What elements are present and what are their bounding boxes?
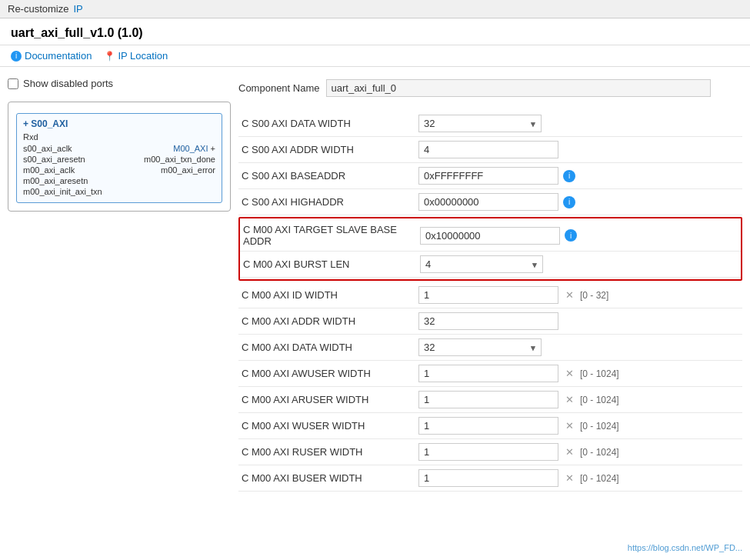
- param-value-area: ✕[0 - 1024]: [418, 391, 739, 408]
- param-label: C M00 AXI RUSER WIDTH: [242, 446, 418, 458]
- param-row: C M00 AXI ADDR WIDTH: [238, 308, 742, 335]
- component-name-label: Component Name: [238, 82, 320, 94]
- port-row-4: m00_axi_aresetn: [23, 176, 215, 185]
- port-left-4: m00_axi_aresetn: [23, 176, 88, 185]
- param-input[interactable]: [418, 141, 558, 158]
- clear-icon[interactable]: ✕: [563, 446, 575, 458]
- port-left-5: m00_axi_init_axi_txn: [23, 187, 102, 196]
- param-row: C S00 AXI ADDR WIDTH: [238, 137, 742, 163]
- param-value-area: 3264▼: [418, 115, 739, 132]
- port-right-2: m00_axi_txn_done: [144, 155, 215, 164]
- param-row: C M00 AXI ARUSER WIDTH✕[0 - 1024]: [238, 387, 742, 413]
- param-value-area: 4816▼: [420, 255, 738, 273]
- param-select[interactable]: 3264: [418, 338, 542, 356]
- param-row: C M00 AXI AWUSER WIDTH✕[0 - 1024]: [238, 361, 742, 387]
- param-value-area: i: [420, 227, 738, 245]
- param-select[interactable]: 4816: [420, 255, 543, 273]
- recustomize-label: Re-customize: [8, 3, 68, 15]
- param-row: C S00 AXI BASEADDRi: [238, 163, 742, 189]
- params-container: C S00 AXI DATA WIDTH3264▼C S00 AXI ADDR …: [238, 111, 742, 492]
- component-name-row: Component Name: [238, 75, 742, 102]
- select-wrapper: 4816▼: [420, 255, 543, 273]
- port-left-3: m00_axi_aclk: [23, 165, 75, 175]
- param-row: C S00 AXI HIGHADDRi: [238, 189, 742, 215]
- info-icon[interactable]: i: [565, 229, 577, 242]
- component-name-input[interactable]: [326, 79, 711, 97]
- range-label: [0 - 1024]: [580, 368, 619, 379]
- param-input[interactable]: [418, 286, 558, 304]
- param-value-area: [418, 312, 739, 330]
- param-label: C S00 AXI ADDR WIDTH: [242, 144, 418, 155]
- param-label: C M00 AXI TARGET SLAVE BASE ADDR: [243, 224, 420, 247]
- clear-icon[interactable]: ✕: [563, 368, 575, 380]
- highlight-group: C M00 AXI TARGET SLAVE BASE ADDRiC M00 A…: [238, 217, 742, 281]
- ip-location-label: IP Location: [118, 50, 168, 62]
- param-label: C S00 AXI DATA WIDTH: [242, 118, 418, 129]
- documentation-link[interactable]: i Documentation: [11, 50, 92, 62]
- param-row: C M00 AXI ID WIDTH✕[0 - 32]: [238, 282, 742, 308]
- clear-icon[interactable]: ✕: [563, 472, 575, 485]
- clear-icon[interactable]: ✕: [563, 420, 575, 432]
- port-row-3: m00_axi_aclk m00_axi_error: [23, 165, 215, 175]
- range-label: [0 - 1024]: [580, 447, 619, 458]
- location-icon: 📍: [104, 51, 115, 62]
- param-row: C S00 AXI DATA WIDTH3264▼: [238, 111, 742, 137]
- port-right-1: M00_AXI +: [173, 144, 215, 153]
- clear-icon[interactable]: ✕: [563, 394, 575, 406]
- range-label: [0 - 1024]: [580, 473, 619, 484]
- param-value-area: ✕[0 - 1024]: [418, 365, 739, 382]
- show-disabled-label: Show disabled ports: [23, 78, 113, 89]
- diagram-rxd: Rxd: [23, 132, 215, 142]
- param-label: C M00 AXI AWUSER WIDTH: [242, 368, 418, 379]
- param-value-area: ✕[0 - 32]: [418, 286, 739, 304]
- nav-links: i Documentation 📍 IP Location: [0, 45, 750, 67]
- param-label: C M00 AXI ADDR WIDTH: [242, 315, 418, 327]
- param-label: C M00 AXI BUSER WIDTH: [242, 472, 418, 484]
- param-select[interactable]: 3264: [418, 115, 542, 132]
- ip-link[interactable]: IP: [73, 3, 82, 15]
- right-panel: Component Name C S00 AXI DATA WIDTH3264▼…: [238, 75, 742, 492]
- clear-icon[interactable]: ✕: [563, 289, 575, 302]
- param-row: C M00 AXI BUSER WIDTH✕[0 - 1024]: [238, 465, 742, 492]
- main-content: Show disabled ports + S00_AXI Rxd s00_ax…: [0, 67, 750, 499]
- show-disabled-row: Show disabled ports: [8, 75, 231, 92]
- param-input[interactable]: [418, 417, 558, 435]
- param-label: C M00 AXI BURST LEN: [243, 258, 420, 270]
- range-label: [0 - 32]: [580, 290, 608, 301]
- range-label: [0 - 1024]: [580, 395, 619, 405]
- info-icon[interactable]: i: [563, 170, 575, 182]
- param-value-area: ✕[0 - 1024]: [418, 443, 739, 461]
- show-disabled-checkbox[interactable]: [8, 78, 18, 89]
- page-title: uart_axi_full_v1.0 (1.0): [11, 26, 739, 40]
- param-row: C M00 AXI WUSER WIDTH✕[0 - 1024]: [238, 413, 742, 439]
- param-value-area: ✕[0 - 1024]: [418, 469, 739, 487]
- param-label: C S00 AXI BASEADDR: [242, 170, 418, 182]
- top-bar: Re-customize IP: [0, 0, 750, 18]
- port-row-2: s00_axi_aresetn m00_axi_txn_done: [23, 155, 215, 164]
- param-value-area: i: [418, 193, 739, 211]
- param-input[interactable]: [418, 167, 558, 185]
- port-row-5: m00_axi_init_axi_txn: [23, 187, 215, 196]
- component-diagram: + S00_AXI Rxd s00_axi_aclk M00_AXI + s00…: [8, 102, 231, 212]
- diagram-title: + S00_AXI: [23, 118, 215, 129]
- port-row-1: s00_axi_aclk M00_AXI +: [23, 144, 215, 153]
- param-input[interactable]: [418, 312, 558, 330]
- param-input[interactable]: [418, 391, 558, 408]
- param-input[interactable]: [418, 365, 558, 382]
- param-row: C M00 AXI DATA WIDTH3264▼: [238, 335, 742, 361]
- left-panel: Show disabled ports + S00_AXI Rxd s00_ax…: [8, 75, 231, 492]
- port-left-2: s00_axi_aresetn: [23, 155, 85, 164]
- param-label: C S00 AXI HIGHADDR: [242, 196, 418, 208]
- info-icon[interactable]: i: [563, 196, 575, 208]
- documentation-label: Documentation: [25, 50, 92, 62]
- ip-location-link[interactable]: 📍 IP Location: [104, 50, 168, 62]
- param-value-area: [418, 141, 739, 158]
- param-input[interactable]: [418, 443, 558, 461]
- title-area: uart_axi_full_v1.0 (1.0): [0, 18, 750, 45]
- param-label: C M00 AXI DATA WIDTH: [242, 342, 418, 353]
- param-input[interactable]: [418, 469, 558, 487]
- param-input[interactable]: [418, 193, 558, 211]
- param-row: C M00 AXI TARGET SLAVE BASE ADDRi: [240, 220, 741, 252]
- param-input[interactable]: [420, 227, 560, 245]
- param-value-area: ✕[0 - 1024]: [418, 417, 739, 435]
